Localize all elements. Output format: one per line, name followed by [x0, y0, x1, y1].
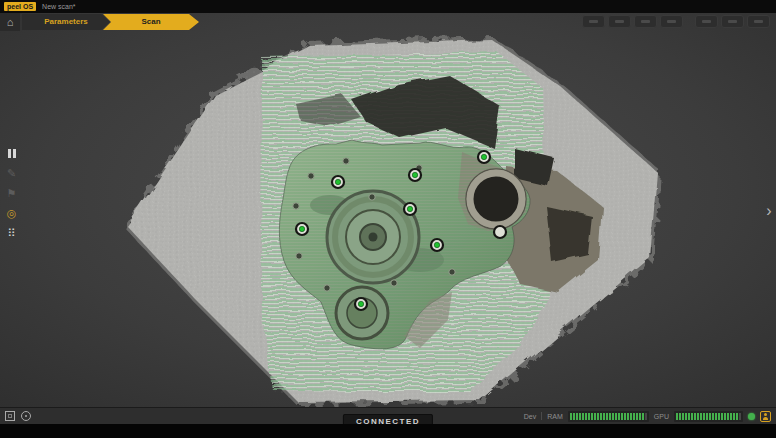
nav-tabs: ⌂ Parameters Scan — [0, 13, 199, 31]
viewport-button-2[interactable] — [608, 15, 631, 28]
left-toolbar: ✎⚑◎⠿ — [4, 146, 19, 241]
bolt-hole — [391, 280, 397, 286]
flag-marker-icon: ⚑ — [4, 186, 19, 201]
part-lower-boss — [336, 287, 388, 339]
bottom-strip — [0, 424, 776, 438]
edit-select-icon: ✎ — [4, 166, 19, 181]
gpu-meter — [674, 411, 743, 422]
viewport-button-5[interactable] — [695, 15, 718, 28]
viewport-button-3[interactable] — [634, 15, 657, 28]
capture-frame-icon[interactable] — [21, 411, 31, 421]
part-ring-opening — [470, 173, 522, 225]
right-panel-expander[interactable]: › — [762, 198, 776, 224]
bolt-hole — [324, 285, 330, 291]
tab-parameters[interactable]: Parameters — [22, 14, 110, 30]
bolt-hole — [369, 194, 375, 200]
bolt-hole — [293, 203, 299, 209]
scan-target — [332, 176, 344, 188]
dev-label: Dev — [524, 413, 536, 420]
scan-target — [478, 151, 490, 163]
viewport-button-6[interactable] — [721, 15, 744, 28]
scan-viewport[interactable] — [0, 0, 776, 438]
scan-target-pending — [494, 226, 506, 238]
separator — [541, 412, 542, 420]
statusbar-left — [5, 411, 31, 421]
tab-parameters-label: Parameters — [44, 18, 88, 26]
scan-target — [404, 203, 416, 215]
viewport-button-7[interactable] — [747, 15, 770, 28]
bolt-hole — [308, 173, 314, 179]
document-title: New scan* — [42, 3, 75, 10]
tab-scan[interactable]: Scan — [103, 14, 199, 30]
ram-label: RAM — [547, 413, 563, 420]
viewport-button-4[interactable] — [660, 15, 683, 28]
status-led-icon — [748, 413, 755, 420]
point-cloud-button[interactable]: ⠿ — [4, 226, 19, 241]
statusbar-right: Dev RAM GPU — [524, 411, 771, 422]
scan-target — [296, 223, 308, 235]
home-button[interactable]: ⌂ — [0, 13, 20, 31]
bolt-hole — [449, 269, 455, 275]
pause-scan-button[interactable] — [4, 146, 19, 161]
chevron-right-icon: › — [766, 202, 771, 220]
user-account-icon[interactable] — [760, 411, 771, 422]
home-icon: ⌂ — [7, 17, 14, 28]
titlebar: peel OS New scan* — [0, 0, 776, 13]
bolt-hole — [296, 253, 302, 259]
ram-meter — [568, 411, 649, 422]
gpu-label: GPU — [654, 413, 669, 420]
scan-target — [355, 298, 367, 310]
app-logo: peel OS — [4, 2, 36, 11]
statusbar: CONNECTED Dev RAM GPU — [0, 407, 776, 424]
view-cube-icon[interactable] — [5, 411, 15, 421]
viewport-toolbar — [582, 15, 770, 28]
target-alignment-button[interactable]: ◎ — [4, 206, 19, 221]
scan-target — [409, 169, 421, 181]
tab-scan-label: Scan — [141, 18, 160, 26]
bolt-hole — [343, 158, 349, 164]
viewport-button-1[interactable] — [582, 15, 605, 28]
scan-target — [431, 239, 443, 251]
